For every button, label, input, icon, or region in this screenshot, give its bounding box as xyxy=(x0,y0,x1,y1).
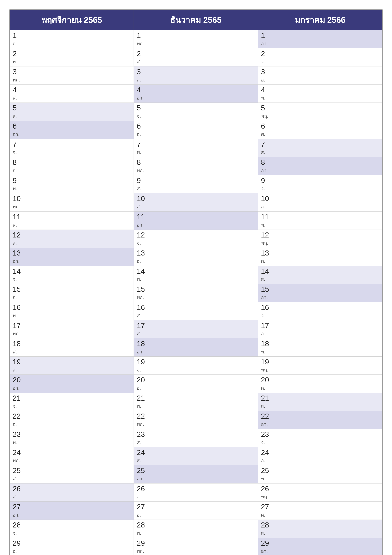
day-name: ส. xyxy=(261,529,379,537)
day-name: พ. xyxy=(137,149,255,156)
day-name: พฤ. xyxy=(137,167,255,174)
day-name: พฤ. xyxy=(137,40,255,47)
day-cell: 2จ. xyxy=(258,48,382,67)
day-number: 15 xyxy=(13,285,131,293)
day-cell: 24อ. xyxy=(258,447,382,466)
day-name: อา. xyxy=(261,294,379,301)
day-number: 18 xyxy=(137,340,255,348)
day-name: ศ. xyxy=(261,131,379,138)
day-name: ส. xyxy=(137,203,255,210)
day-name: ศ. xyxy=(261,384,379,392)
day-cell: 5พฤ. xyxy=(258,103,382,121)
day-cell: 5ส. xyxy=(10,103,134,121)
month-header-1: พฤศจิกายน 2565 xyxy=(10,10,134,30)
month-column-2: 1พฤ.2ศ.3ส.4อา.5จ.6อ.7พ.8พฤ.9ศ.10ส.11อา.1… xyxy=(134,30,258,555)
day-number: 5 xyxy=(137,104,255,112)
day-number: 24 xyxy=(13,449,131,457)
day-cell: 7จ. xyxy=(10,139,134,157)
day-name: อ. xyxy=(137,257,255,265)
day-number: 20 xyxy=(261,376,379,384)
day-number: 14 xyxy=(261,267,379,275)
day-cell: 5จ. xyxy=(134,103,258,121)
day-number: 29 xyxy=(137,539,255,547)
day-cell: 26จ. xyxy=(134,483,258,502)
day-number: 16 xyxy=(13,303,131,312)
day-number: 29 xyxy=(13,539,131,547)
day-name: พฤ. xyxy=(137,294,255,301)
day-name: อา. xyxy=(137,221,255,229)
day-number: 26 xyxy=(261,485,379,493)
day-name: ศ. xyxy=(13,94,131,102)
day-number: 19 xyxy=(13,358,131,366)
day-cell: 13อ. xyxy=(134,248,258,266)
day-number: 19 xyxy=(261,358,379,366)
day-number: 6 xyxy=(137,122,255,130)
day-number: 4 xyxy=(13,86,131,94)
day-name: พฤ. xyxy=(261,239,379,247)
day-name: พฤ. xyxy=(261,112,379,120)
day-name: พ. xyxy=(137,275,255,283)
day-name: จ. xyxy=(137,366,255,373)
day-name: พ. xyxy=(261,475,379,482)
day-name: ส. xyxy=(13,366,131,373)
day-number: 10 xyxy=(13,195,131,203)
day-cell: 6อ. xyxy=(134,121,258,139)
day-cell: 4พ. xyxy=(258,85,382,103)
day-number: 9 xyxy=(13,176,131,185)
day-cell: 15พฤ. xyxy=(134,284,258,302)
day-cell: 6ศ. xyxy=(258,121,382,139)
header-row: พฤศจิกายน 2565 ธันวาคม 2565 มกราคม 2566 xyxy=(10,10,382,30)
day-number: 28 xyxy=(261,521,379,529)
day-cell: 12ส. xyxy=(10,230,134,248)
day-name: อา. xyxy=(13,257,131,265)
day-cell: 28ส. xyxy=(258,520,382,538)
month-title-2: ธันวาคม 2565 xyxy=(170,15,221,24)
day-number: 13 xyxy=(13,249,131,257)
day-cell: 10พฤ. xyxy=(10,193,134,212)
day-cell: 22อ. xyxy=(10,411,134,429)
calendar-container: พฤศจิกายน 2565 ธันวาคม 2565 มกราคม 2566 … xyxy=(9,9,383,555)
day-name: อา. xyxy=(13,511,131,518)
day-name: ส. xyxy=(13,239,131,247)
day-cell: 12พฤ. xyxy=(258,230,382,248)
day-cell: 9ศ. xyxy=(134,175,258,193)
day-number: 4 xyxy=(261,86,379,94)
day-name: พ. xyxy=(261,221,379,229)
day-number: 1 xyxy=(261,31,379,40)
day-name: อ. xyxy=(13,421,131,428)
day-number: 2 xyxy=(261,50,379,58)
day-name: พ. xyxy=(137,402,255,410)
day-number: 12 xyxy=(261,231,379,239)
day-name: อ. xyxy=(261,203,379,210)
day-number: 20 xyxy=(13,376,131,384)
day-number: 5 xyxy=(261,104,379,112)
day-cell: 16ศ. xyxy=(134,302,258,320)
day-number: 29 xyxy=(261,539,379,547)
day-number: 4 xyxy=(137,86,255,94)
day-number: 17 xyxy=(261,322,379,330)
day-name: จ. xyxy=(137,112,255,120)
day-number: 25 xyxy=(261,467,379,475)
day-number: 17 xyxy=(137,322,255,330)
day-number: 17 xyxy=(13,322,131,330)
day-cell: 28จ. xyxy=(10,520,134,538)
day-cell: 10ส. xyxy=(134,193,258,212)
day-number: 8 xyxy=(137,158,255,167)
month-column-3: 1อา.2จ.3อ.4พ.5พฤ.6ศ.7ส.8อา.9จ.10อ.11พ.12… xyxy=(258,30,382,555)
day-name: ส. xyxy=(261,402,379,410)
day-number: 13 xyxy=(137,249,255,257)
day-cell: 1อา. xyxy=(258,30,382,48)
day-cell: 20ศ. xyxy=(258,375,382,393)
day-cell: 28พ. xyxy=(134,520,258,538)
day-number: 25 xyxy=(13,467,131,475)
day-name: พ. xyxy=(13,312,131,319)
day-name: จ. xyxy=(261,58,379,65)
day-number: 11 xyxy=(261,213,379,221)
day-number: 27 xyxy=(13,503,131,511)
day-name: อ. xyxy=(137,384,255,392)
day-name: ศ. xyxy=(137,439,255,446)
day-cell: 18ศ. xyxy=(10,338,134,357)
day-number: 22 xyxy=(137,412,255,420)
day-number: 2 xyxy=(13,50,131,58)
day-number: 13 xyxy=(261,249,379,257)
